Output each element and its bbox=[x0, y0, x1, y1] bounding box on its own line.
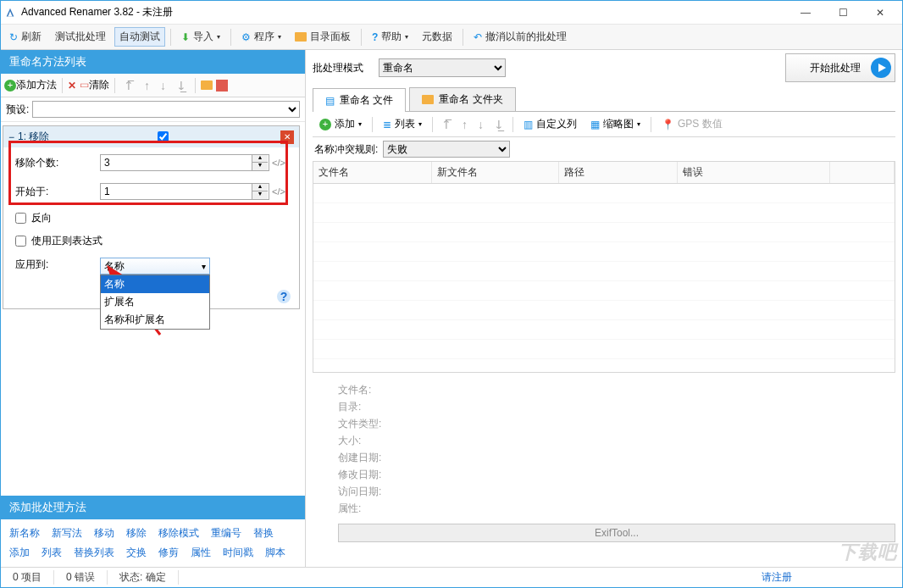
remove-count-label: 移除个数: bbox=[15, 156, 100, 170]
file-move-top[interactable]: ↑̅ bbox=[438, 118, 455, 131]
dropdown-option-both[interactable]: 名称和扩展名 bbox=[101, 311, 209, 329]
list-button[interactable]: ≣列表▾ bbox=[378, 114, 427, 134]
link-renumber[interactable]: 重编号 bbox=[211, 526, 241, 541]
method-remove-panel: − 1: 移除 ✕ 移除个数: ▲▼ </> 开始于: ▲▼ </> 反向 使用… bbox=[3, 125, 300, 309]
link-remove[interactable]: 移除 bbox=[126, 526, 147, 541]
dropdown-option-ext[interactable]: 扩展名 bbox=[101, 293, 209, 311]
add-methods-title: 添加批处理方法 bbox=[1, 496, 305, 519]
move-up-button[interactable]: ↑ bbox=[141, 79, 153, 92]
test-batch-button[interactable]: 测试批处理 bbox=[50, 27, 111, 47]
program-button[interactable]: ⚙程序▾ bbox=[236, 27, 286, 47]
start-at-input[interactable] bbox=[100, 183, 252, 200]
move-down-button[interactable]: ↓ bbox=[157, 79, 169, 92]
code-icon[interactable]: </> bbox=[269, 186, 288, 197]
methods-panel-title: 重命名方法列表 bbox=[1, 50, 305, 74]
apply-to-select[interactable]: 名称 名称 扩展名 名称和扩展名 bbox=[100, 258, 210, 275]
undo-batch-button[interactable]: ↶撤消以前的批处理 bbox=[468, 27, 572, 47]
link-attr[interactable]: 属性 bbox=[191, 546, 211, 560]
maximize-button[interactable]: ☐ bbox=[824, 2, 861, 24]
status-items: 0 项目 bbox=[1, 570, 54, 585]
custom-column-button[interactable]: ▥自定义列 bbox=[518, 114, 582, 134]
preset-label: 预设: bbox=[6, 103, 29, 117]
thumbnail-button[interactable]: ▦缩略图▾ bbox=[585, 114, 645, 134]
link-newcase[interactable]: 新写法 bbox=[52, 526, 82, 541]
link-replace[interactable]: 替换 bbox=[253, 526, 274, 541]
apply-to-label: 应用到: bbox=[15, 258, 100, 272]
exiftool-button[interactable]: ExifTool... bbox=[338, 524, 895, 542]
method-close-button[interactable]: ✕ bbox=[280, 130, 294, 144]
remove-count-spinner[interactable]: ▲▼ bbox=[252, 154, 269, 171]
link-trim[interactable]: 修剪 bbox=[158, 546, 179, 560]
import-button[interactable]: ⬇导入▾ bbox=[176, 27, 225, 47]
link-newname[interactable]: 新名称 bbox=[9, 526, 40, 541]
col-filename[interactable]: 文件名 bbox=[313, 162, 432, 183]
add-files-button[interactable]: +添加▾ bbox=[314, 114, 367, 134]
move-top-button[interactable]: ↑̅ bbox=[120, 79, 137, 92]
batch-mode-select[interactable]: 重命名 bbox=[379, 58, 506, 77]
plus-icon: + bbox=[4, 80, 16, 92]
file-grid[interactable]: 文件名 新文件名 路径 错误 bbox=[313, 161, 895, 373]
add-method-button[interactable]: +添加方法 bbox=[4, 78, 57, 92]
preset-select[interactable] bbox=[32, 101, 300, 118]
method-enabled-checkbox[interactable] bbox=[158, 131, 169, 142]
link-list[interactable]: 列表 bbox=[42, 546, 62, 560]
help-icon[interactable]: ? bbox=[277, 290, 291, 303]
file-move-bottom[interactable]: ↓̲ bbox=[490, 118, 507, 131]
window-title: Advanced Renamer 3.82 - 未注册 bbox=[21, 5, 173, 19]
start-at-label: 开始于: bbox=[15, 185, 100, 199]
save-button[interactable] bbox=[216, 80, 228, 92]
auto-test-button[interactable]: 自动测试 bbox=[114, 27, 165, 47]
gps-button[interactable]: 📍GPS 数值 bbox=[656, 114, 728, 134]
file-move-down[interactable]: ↓ bbox=[474, 118, 487, 131]
metadata-button[interactable]: 元数据 bbox=[417, 27, 457, 47]
refresh-button[interactable]: ↻刷新 bbox=[4, 27, 47, 47]
help-button[interactable]: ?帮助▾ bbox=[367, 27, 413, 47]
app-icon bbox=[4, 7, 16, 19]
link-listreplace[interactable]: 替换列表 bbox=[74, 546, 114, 560]
open-folder-button[interactable] bbox=[201, 80, 213, 90]
close-button[interactable]: ✕ bbox=[861, 2, 899, 24]
status-errors: 0 错误 bbox=[54, 570, 108, 585]
tab-rename-folders[interactable]: 重命名 文件夹 bbox=[409, 87, 515, 111]
batch-mode-label: 批处理模式 bbox=[313, 61, 363, 75]
file-info-block: 文件名: 目录: 文件类型: 大小: 创建日期: 修改日期: 访问日期: 属性: bbox=[313, 373, 895, 517]
delete-method-button[interactable]: ✕ bbox=[68, 80, 76, 92]
folders-panel-button[interactable]: 目录面板 bbox=[290, 27, 356, 47]
link-add[interactable]: 添加 bbox=[9, 546, 30, 560]
dropdown-option-name[interactable]: 名称 bbox=[101, 275, 209, 293]
folder-icon bbox=[422, 95, 434, 104]
link-removepattern[interactable]: 移除模式 bbox=[158, 526, 199, 541]
method-title: 1: 移除 bbox=[18, 130, 49, 144]
col-path[interactable]: 路径 bbox=[559, 162, 678, 183]
link-timestamp[interactable]: 时间戳 bbox=[223, 546, 253, 560]
link-script[interactable]: 脚本 bbox=[265, 546, 285, 560]
minimize-button[interactable]: — bbox=[787, 2, 824, 24]
reverse-checkbox[interactable] bbox=[15, 213, 26, 224]
play-icon bbox=[871, 58, 891, 78]
regex-checkbox[interactable] bbox=[15, 236, 26, 247]
tab-rename-files[interactable]: ▤重命名 文件 bbox=[313, 88, 406, 112]
col-newname[interactable]: 新文件名 bbox=[432, 162, 559, 183]
link-move[interactable]: 移动 bbox=[94, 526, 114, 541]
col-error[interactable]: 错误 bbox=[678, 162, 830, 183]
move-bottom-button[interactable]: ↓̲ bbox=[173, 79, 190, 92]
register-link[interactable]: 请注册 bbox=[750, 570, 902, 585]
collapse-toggle[interactable]: − bbox=[8, 131, 14, 143]
remove-count-input[interactable] bbox=[100, 154, 252, 171]
code-icon[interactable]: </> bbox=[269, 158, 288, 168]
start-at-spinner[interactable]: ▲▼ bbox=[252, 183, 269, 200]
apply-to-dropdown[interactable]: 名称 扩展名 名称和扩展名 bbox=[100, 275, 210, 330]
method-links: 新名称 新写法 移动 移除 移除模式 重编号 替换 添加 列表 替换列表 交换 … bbox=[1, 519, 305, 567]
status-state: 状态: 确定 bbox=[108, 570, 179, 585]
folder-icon bbox=[295, 32, 307, 42]
conflict-rule-select[interactable]: 失败 bbox=[383, 141, 510, 158]
file-move-up[interactable]: ↑ bbox=[458, 118, 471, 131]
start-batch-button[interactable]: 开始批处理 bbox=[785, 53, 895, 82]
link-swap[interactable]: 交换 bbox=[126, 546, 147, 560]
watermark: 下载吧 bbox=[839, 540, 897, 565]
clear-methods-button[interactable]: ▭清除 bbox=[80, 78, 109, 92]
conflict-rule-label: 名称冲突规则: bbox=[314, 142, 378, 157]
